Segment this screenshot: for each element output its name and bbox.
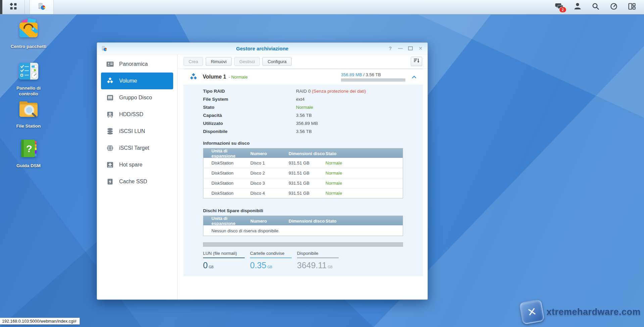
empty-row: Nessun disco di riserva disponibile. — [203, 225, 403, 236]
volume-body: Tipo RAID RAID 0 (Senza protezione dei d… — [184, 85, 423, 276]
sidebar-item-label: Gruppo Disco — [119, 95, 152, 101]
table-row: DiskStation Disco 4 931.51 GB Normale — [203, 188, 403, 198]
stat-underline — [297, 258, 339, 258]
sidebar-item-volume[interactable]: Volume — [101, 73, 173, 89]
desktop-icon-label: File Station — [7, 123, 50, 129]
watermark-x-logo-icon: ✕ — [519, 299, 545, 325]
configure-button[interactable]: Configura — [262, 57, 291, 66]
volume-title: Volume 1 — [203, 74, 226, 80]
detail-label: Capacità — [203, 111, 296, 120]
iscsi-lun-icon — [106, 127, 114, 135]
desktop-icon-control-panel[interactable]: Pannello di controllo — [7, 59, 50, 97]
file-station-icon — [17, 97, 40, 121]
stat-lun: LUN (file normali) 0GB — [203, 251, 245, 270]
desktop-icon-label: Centro pacchetti — [7, 44, 50, 49]
package-center-icon — [17, 18, 40, 41]
sidebar-item-iscsi-target[interactable]: iSCSI Target — [97, 140, 177, 156]
raid-warning: (Senza protezione dei dati) — [312, 89, 366, 94]
volume-header: Volume 1 - Normale 356.89 MB / 3.56 TB — [184, 69, 423, 85]
remove-button[interactable]: Rimuovi — [206, 57, 232, 66]
create-button[interactable]: Crea — [184, 57, 203, 66]
window-storage-manager-icon — [101, 45, 107, 52]
volume-details: Tipo RAID RAID 0 (Senza protezione dei d… — [203, 87, 403, 136]
stat-underline — [203, 258, 245, 258]
main-menu-icon — [9, 2, 18, 12]
capacity-stats: LUN (file normali) 0GB Cartelle condivis… — [203, 251, 403, 270]
status-url: 192.168.0.103:5000/webman/index.cgi# — [0, 318, 80, 325]
dsm-help-icon: ? — [17, 137, 40, 160]
system-health-button[interactable] — [609, 2, 618, 12]
desktop-icon-file-station[interactable]: File Station — [7, 97, 50, 129]
sidebar-item-hot-spare[interactable]: Hot spare — [97, 156, 177, 173]
maximize-button[interactable] — [407, 45, 414, 52]
notification-badge: 2 — [559, 7, 566, 13]
desktop-icon-package-center[interactable]: Centro pacchetti — [7, 18, 50, 49]
window-controls: ? — ✕ — [387, 45, 424, 52]
table-row: DiskStation Disco 2 931.51 GB Normale — [203, 168, 403, 178]
stat-available: Disponibile 3649.11GB — [297, 251, 339, 270]
hdd-ssd-icon — [106, 110, 114, 119]
user-options-button[interactable] — [573, 2, 582, 12]
watermark: ✕ xtremehardware.com — [521, 301, 641, 323]
detail-label: File System — [203, 95, 296, 103]
usage-total: 3.56 TB — [366, 72, 381, 77]
iscsi-target-icon — [106, 144, 114, 152]
minimize-button[interactable]: — — [397, 45, 404, 52]
sidebar-item-hdd-ssd[interactable]: HDD/SSD — [97, 106, 177, 123]
table-row: DiskStation Disco 1 931.51 GB Normale — [203, 158, 403, 168]
taskbar-edge — [0, 0, 2, 14]
detail-label: Tipo RAID — [203, 87, 296, 95]
sidebar-item-label: iSCSI LUN — [119, 128, 145, 134]
volume-usage: 356.89 MB / 3.56 TB — [341, 72, 405, 82]
detail-label: Disponibile — [203, 128, 296, 136]
hot-spare-icon — [106, 161, 114, 169]
collapse-all-icon — [413, 58, 419, 65]
disk-group-icon — [106, 94, 114, 102]
widgets-button[interactable] — [627, 2, 637, 12]
content-area: Volume 1 - Normale 356.89 MB / 3.56 TB — [178, 69, 428, 299]
toolbar: Crea Rimuovi Gestisci Configura — [178, 54, 428, 69]
detail-value: 356.89 MB — [296, 120, 403, 128]
volume-icon — [106, 77, 114, 85]
window-titlebar[interactable]: Gestore archiviazione ? — ✕ — [97, 43, 428, 54]
sidebar-item-panoramica[interactable]: Panoramica — [97, 56, 177, 73]
collapse-chevron-icon[interactable] — [411, 75, 417, 79]
gauge-icon — [610, 2, 618, 12]
watermark-text: xtremehardware.com — [546, 307, 641, 317]
desktop-icon-dsm-help[interactable]: ? Guida DSM — [7, 137, 50, 169]
help-button[interactable]: ? — [387, 45, 394, 52]
stat-shared-folders: Cartelle condivise 0.35GB — [250, 251, 292, 270]
taskbar: 2 — [0, 0, 644, 14]
table-row: DiskStation Disco 3 931.51 GB Normale — [203, 178, 403, 188]
sidebar: Panoramica Volume — [97, 54, 178, 299]
collapse-all-button[interactable] — [411, 57, 422, 66]
sidebar-item-gruppo-disco[interactable]: Gruppo Disco — [97, 89, 177, 106]
cache-ssd-icon — [106, 178, 114, 186]
disk-info-table: Unità di espansione Numero Dimensioni di… — [203, 148, 403, 198]
main-panel: Crea Rimuovi Gestisci Configura — [178, 54, 428, 299]
manage-button[interactable]: Gestisci — [234, 57, 260, 66]
detail-value: RAID 0 (Senza protezione dei dati) — [296, 87, 403, 95]
desktop-icon-label: Guida DSM — [7, 163, 50, 169]
svg-text:?: ? — [26, 143, 32, 154]
detail-value: ext4 — [296, 95, 403, 103]
notifications-button[interactable]: 2 — [555, 2, 564, 12]
usage-used: 356.89 MB — [341, 72, 362, 77]
sidebar-item-cache-ssd[interactable]: Cache SSD — [97, 173, 177, 190]
detail-value: 3.56 TB — [296, 111, 403, 120]
sidebar-item-label: HDD/SSD — [119, 111, 143, 118]
main-menu-button[interactable] — [2, 0, 25, 14]
widgets-icon — [628, 2, 636, 12]
control-panel-icon — [17, 59, 40, 83]
sidebar-item-iscsi-lun[interactable]: iSCSI LUN — [97, 123, 177, 140]
close-button[interactable]: ✕ — [417, 45, 424, 52]
sidebar-item-label: Panoramica — [119, 61, 148, 67]
taskbar-storage-manager-button[interactable] — [30, 0, 54, 14]
sidebar-item-label: iSCSI Target — [119, 145, 149, 151]
storage-manager-icon — [37, 2, 46, 12]
overview-icon — [106, 60, 114, 68]
search-button[interactable] — [591, 2, 600, 12]
maximize-icon — [408, 46, 413, 50]
disk-info-title: Informazioni su disco — [203, 141, 403, 146]
desktop: 2 — [0, 0, 644, 327]
